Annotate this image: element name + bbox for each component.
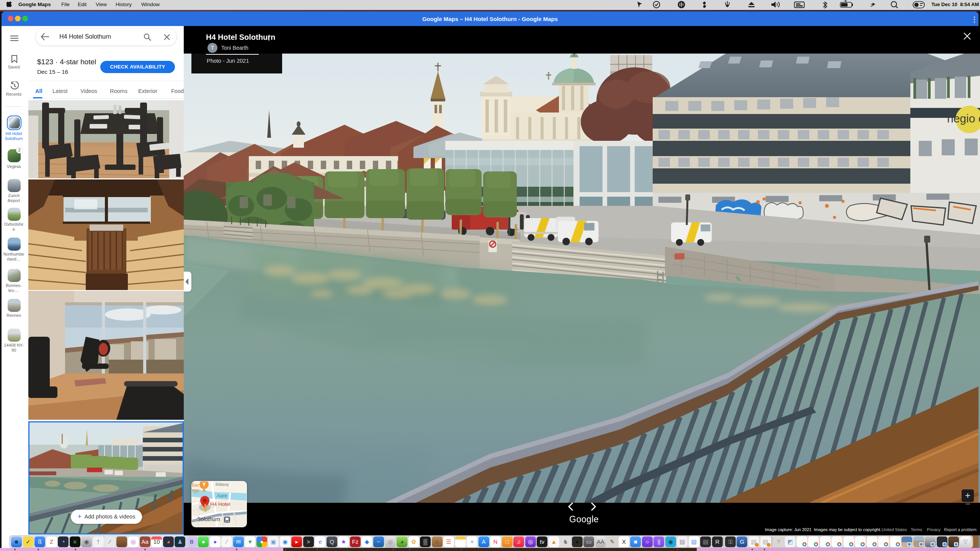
svg-text:H4 Hotel: H4 Hotel: [210, 501, 230, 507]
svg-text:negio en: negio en: [947, 112, 980, 125]
svg-text:nge: nge: [192, 488, 199, 493]
svg-text:Solothurn: Solothurn: [197, 516, 220, 522]
svg-text:Bar: Bar: [192, 483, 199, 488]
svg-text:✎: ✎: [735, 275, 742, 284]
svg-text:Ritterq: Ritterq: [216, 482, 229, 487]
svg-text:Aare: Aare: [216, 493, 227, 499]
